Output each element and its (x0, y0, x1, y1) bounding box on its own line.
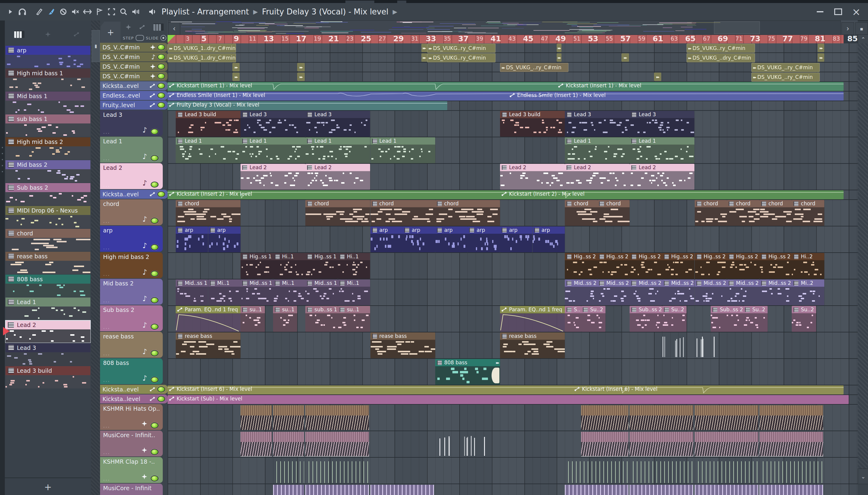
track-header[interactable]: arp...♪ (100, 226, 163, 252)
stab-audio-segment[interactable] (695, 485, 758, 495)
select-tool-icon[interactable] (105, 6, 117, 18)
pattern-clip[interactable]: Lead 2 (629, 164, 694, 190)
track-header[interactable]: Fruity..level (100, 101, 167, 109)
audio-clip-fragment[interactable]: ▸▸ (557, 44, 561, 52)
audio-clip[interactable]: ▸▸DS_VUKG_..ry_C#min (500, 63, 569, 72)
track-enable-led[interactable] (151, 377, 159, 383)
pattern-clip[interactable]: Lead 1 (241, 137, 305, 163)
pattern-clip[interactable]: sub..ss 1 (305, 306, 338, 332)
pattern-item[interactable]: Lead 1 (5, 297, 91, 320)
track-enable-led[interactable] (157, 54, 165, 60)
breadcrumb-target[interactable]: Fruity Delay 3 (Vocal) - Mix level (262, 7, 388, 16)
scroll-down-button[interactable]: ⌄ (858, 468, 868, 484)
minimap-zoom-button[interactable]: ▪ (855, 22, 868, 35)
pattern-clip[interactable]: Mid..ss 2 (629, 279, 662, 305)
add-track-button[interactable]: + (101, 22, 120, 43)
track-enable-led[interactable] (157, 191, 165, 197)
pattern-clip[interactable]: Hig..ss 2 (565, 253, 597, 279)
clap-audio-segment[interactable] (565, 461, 628, 483)
track-options-dots[interactable]: ... (103, 218, 110, 224)
track-header[interactable]: High mid bass 2...♪ (100, 252, 163, 278)
pattern-item-header[interactable]: rease bass (5, 252, 91, 261)
paint-tool-icon[interactable] (45, 6, 57, 18)
pattern-clip[interactable]: chord (792, 200, 824, 226)
track-enable-led[interactable] (151, 475, 159, 481)
add-pattern-button[interactable]: + (5, 478, 91, 495)
audio-clip-fragment[interactable]: ▸▸ (421, 44, 427, 52)
audio-clip-fragment[interactable]: ▸▸ (557, 53, 561, 62)
pattern-clip[interactable]: Mid..ss 2 (662, 279, 695, 305)
pattern-clip[interactable]: rease bass (500, 332, 565, 358)
waveform-audio-segment[interactable] (273, 432, 305, 457)
pattern-clip[interactable]: Lead 1 (176, 137, 241, 163)
track-options-dots[interactable]: ... (103, 449, 110, 455)
hihat-audio-segment[interactable] (629, 405, 693, 430)
pattern-clip[interactable]: Mid..ss 2 (565, 279, 597, 305)
pattern-item-header[interactable]: Mid bass 2 (5, 160, 91, 169)
pattern-clip[interactable]: arp (403, 226, 435, 252)
audio-clip[interactable]: ▸▸DS_VUKG_..dry_C#min (687, 53, 755, 62)
pattern-clip[interactable]: Lead 3 (241, 111, 305, 137)
pattern-clip[interactable]: S.. (565, 306, 581, 332)
pattern-clip[interactable]: Hi..2 (792, 253, 824, 279)
stab-audio-segment[interactable] (305, 485, 369, 495)
automation-clip[interactable]: Endless Smile (Insert 1) - Mix levelEndl… (167, 91, 844, 101)
track-enable-led[interactable] (151, 182, 159, 188)
waveform-audio-segment[interactable] (629, 432, 693, 457)
waveform-audio-segment[interactable] (695, 432, 758, 457)
pattern-item[interactable]: arp (5, 46, 91, 68)
audio-tab[interactable] (36, 28, 60, 41)
pattern-item[interactable]: Mid bass 2 (5, 160, 91, 183)
pattern-item[interactable]: Lead 3 build (5, 366, 91, 388)
pattern-clip[interactable]: Hig..ss 2 (695, 253, 727, 279)
pattern-clip[interactable]: Lead 1 (305, 137, 370, 163)
track-enable-led[interactable] (151, 350, 159, 356)
track-options-dots[interactable]: ... (103, 182, 110, 188)
pattern-clip[interactable]: su..1 (241, 306, 265, 332)
pattern-clip[interactable]: Sub..ss 2 (711, 306, 743, 332)
track-options-dots[interactable]: ... (103, 377, 110, 383)
pattern-clip[interactable]: chord (435, 200, 500, 226)
track-enable-led[interactable] (151, 423, 159, 428)
pattern-item-header[interactable]: Lead 1 (5, 297, 91, 307)
waveform-audio-segment[interactable] (581, 432, 628, 457)
automation-clip[interactable]: Fruity Delay 3 (Vocal) - Mix level (167, 101, 447, 110)
minimize-button[interactable] (815, 7, 825, 16)
track-enable-led[interactable] (157, 102, 165, 108)
pattern-clip[interactable]: Mid..ss 2 (597, 279, 630, 305)
pattern-item-header[interactable]: High mid bass 2 (5, 137, 91, 146)
audio-clip-fragment[interactable]: ▸▸ (421, 53, 427, 62)
waveform-audio-segment[interactable] (305, 432, 369, 457)
pattern-item-header[interactable]: Lead 2 (5, 320, 91, 329)
pattern-item-header[interactable]: MIDI Drop 06 - Nexus (5, 206, 91, 215)
minimap-scroll-right-button[interactable]: › (841, 22, 854, 35)
pattern-clip[interactable]: Hig..ss 1 (305, 253, 338, 279)
pattern-item[interactable]: High mid bass 2 (5, 137, 91, 159)
audio-clip[interactable]: ▸▸DS_VUKG..ry_C#min (427, 44, 495, 53)
pattern-clip[interactable]: Su..2 (792, 306, 816, 332)
track-enable-led[interactable] (151, 324, 159, 330)
pattern-item-header[interactable]: Mid bass 1 (5, 91, 91, 101)
hihat-audio-segment[interactable] (305, 405, 369, 430)
track-enable-led[interactable] (151, 271, 159, 277)
track-header[interactable]: chord...♪ (100, 199, 163, 225)
pattern-clip[interactable]: Hig..ss 2 (759, 253, 792, 279)
pattern-clip[interactable]: arp (208, 226, 241, 252)
audio-clip-fragment[interactable]: ▸▸ (232, 72, 240, 81)
track-enable-led[interactable] (151, 155, 159, 161)
audio-clip[interactable]: ▸▸DS_VUKG_..ry_C#min (751, 72, 820, 82)
pattern-clip[interactable]: chord (176, 200, 241, 226)
track-header[interactable]: DS_V..C#min♪ (100, 52, 167, 62)
pattern-clip[interactable]: chord (305, 200, 370, 226)
track-header[interactable]: Mid bass 2...♪ (100, 279, 163, 305)
pattern-item[interactable]: Mid bass 1 (5, 91, 91, 114)
pattern-list-scroll-handle[interactable]: ▮ (92, 30, 100, 62)
pattern-clip[interactable]: Mid..ss 2 (727, 279, 759, 305)
track-enable-led[interactable] (157, 83, 165, 89)
playhead-marker[interactable] (167, 35, 176, 43)
track-header[interactable]: Lead 1...♪ (100, 137, 163, 163)
pattern-item[interactable]: 808 bass (5, 275, 91, 297)
pattern-clip[interactable]: Hig..ss 2 (629, 253, 662, 279)
pattern-clip[interactable]: Mid..ss 2 (759, 279, 792, 305)
pattern-item[interactable]: rease bass (5, 252, 91, 274)
